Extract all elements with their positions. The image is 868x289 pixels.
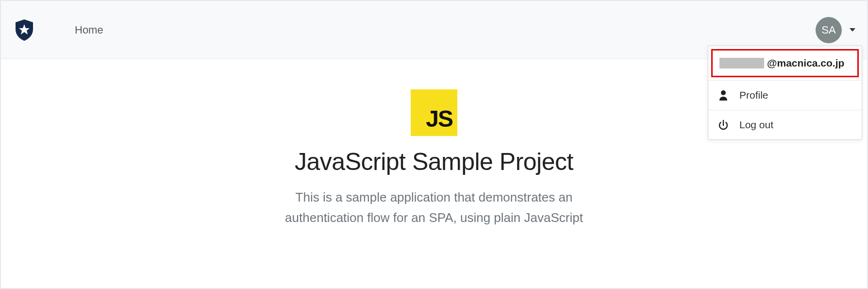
page-subtitle: This is a sample application that demons… bbox=[264, 187, 604, 228]
dropdown-logout-item[interactable]: Log out bbox=[708, 110, 862, 139]
nav-user-section: SA bbox=[816, 17, 855, 43]
js-logo-text: JS bbox=[426, 105, 452, 132]
dropdown-profile-item[interactable]: Profile bbox=[708, 81, 862, 110]
user-icon bbox=[718, 90, 729, 101]
dropdown-email-text: @macnica.co.jp bbox=[767, 57, 844, 69]
shield-star-icon bbox=[14, 18, 35, 42]
dropdown-logout-label: Log out bbox=[739, 119, 773, 131]
dropdown-profile-label: Profile bbox=[739, 89, 768, 101]
user-dropdown-menu: @macnica.co.jp Profile Log out bbox=[708, 46, 862, 140]
redacted-email-prefix bbox=[719, 58, 764, 68]
nav-home-link[interactable]: Home bbox=[75, 24, 103, 36]
chevron-down-icon[interactable] bbox=[850, 28, 855, 32]
app-logo bbox=[13, 18, 36, 42]
dropdown-email-row: @macnica.co.jp bbox=[711, 49, 859, 77]
nav-links: Home bbox=[75, 24, 103, 36]
avatar[interactable]: SA bbox=[816, 17, 842, 43]
page-title: JavaScript Sample Project bbox=[295, 148, 573, 176]
power-icon bbox=[718, 119, 729, 130]
svg-point-0 bbox=[721, 90, 726, 95]
js-logo: JS bbox=[411, 89, 457, 136]
